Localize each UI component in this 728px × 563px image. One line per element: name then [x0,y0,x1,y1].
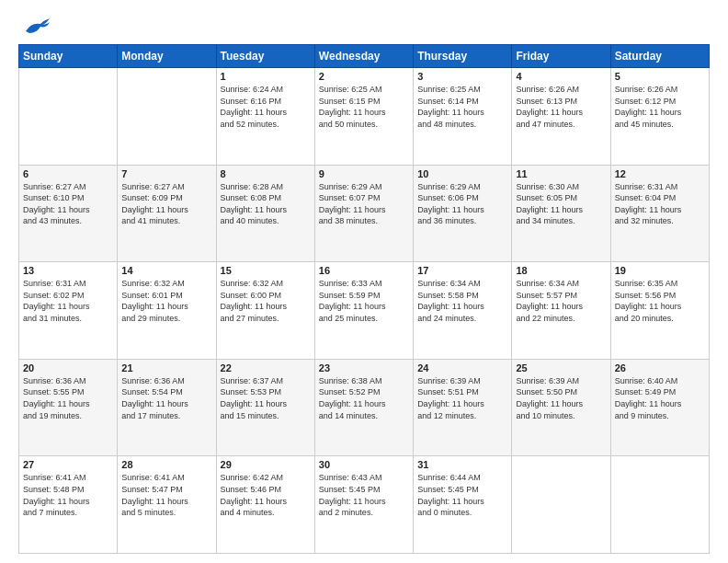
day-info: Sunrise: 6:43 AM Sunset: 5:45 PM Dayligh… [319,472,409,518]
day-number: 25 [516,362,606,373]
calendar-day-cell: 29Sunrise: 6:42 AM Sunset: 5:46 PM Dayli… [216,456,314,554]
day-info: Sunrise: 6:38 AM Sunset: 5:52 PM Dayligh… [319,375,409,421]
calendar-day-cell: 1Sunrise: 6:24 AM Sunset: 6:16 PM Daylig… [216,68,314,166]
logo [18,15,51,35]
calendar-table: SundayMondayTuesdayWednesdayThursdayFrid… [18,44,710,554]
calendar-day-cell [512,456,610,554]
day-info: Sunrise: 6:36 AM Sunset: 5:55 PM Dayligh… [23,375,113,421]
calendar-day-cell: 20Sunrise: 6:36 AM Sunset: 5:55 PM Dayli… [19,359,118,456]
day-number: 7 [121,168,211,179]
day-number: 17 [417,265,507,276]
calendar-day-header: Friday [512,45,610,68]
day-info: Sunrise: 6:27 AM Sunset: 6:10 PM Dayligh… [23,181,113,227]
day-info: Sunrise: 6:26 AM Sunset: 6:13 PM Dayligh… [516,84,606,130]
day-number: 4 [516,71,606,82]
day-number: 27 [23,459,113,470]
day-number: 31 [417,459,507,470]
calendar-day-cell: 4Sunrise: 6:26 AM Sunset: 6:13 PM Daylig… [512,68,610,166]
calendar-week-row: 20Sunrise: 6:36 AM Sunset: 5:55 PM Dayli… [19,359,710,456]
day-info: Sunrise: 6:25 AM Sunset: 6:14 PM Dayligh… [417,84,507,130]
day-number: 10 [417,168,507,179]
day-info: Sunrise: 6:32 AM Sunset: 6:00 PM Dayligh… [221,278,311,324]
calendar-day-cell: 11Sunrise: 6:30 AM Sunset: 6:05 PM Dayli… [512,165,610,262]
calendar-day-cell: 26Sunrise: 6:40 AM Sunset: 5:49 PM Dayli… [610,359,709,456]
day-number: 21 [121,362,211,373]
calendar-day-cell: 31Sunrise: 6:44 AM Sunset: 5:45 PM Dayli… [414,456,512,554]
day-info: Sunrise: 6:41 AM Sunset: 5:48 PM Dayligh… [23,472,113,518]
calendar-day-cell: 3Sunrise: 6:25 AM Sunset: 6:14 PM Daylig… [414,68,512,166]
day-info: Sunrise: 6:30 AM Sunset: 6:05 PM Dayligh… [516,181,606,227]
day-number: 11 [516,168,606,179]
day-number: 28 [121,459,211,470]
calendar-day-cell: 13Sunrise: 6:31 AM Sunset: 6:02 PM Dayli… [19,262,118,360]
calendar-week-row: 27Sunrise: 6:41 AM Sunset: 5:48 PM Dayli… [19,456,710,554]
calendar-day-cell [19,68,118,166]
calendar-day-cell: 22Sunrise: 6:37 AM Sunset: 5:53 PM Dayli… [216,359,314,456]
day-info: Sunrise: 6:39 AM Sunset: 5:50 PM Dayligh… [516,375,606,421]
calendar-week-row: 1Sunrise: 6:24 AM Sunset: 6:16 PM Daylig… [19,68,710,166]
day-number: 20 [23,362,113,373]
calendar-header-row: SundayMondayTuesdayWednesdayThursdayFrid… [19,45,710,68]
day-number: 13 [23,265,113,276]
day-number: 3 [417,71,507,82]
calendar-day-cell: 18Sunrise: 6:34 AM Sunset: 5:57 PM Dayli… [512,262,610,360]
calendar-day-cell: 27Sunrise: 6:41 AM Sunset: 5:48 PM Dayli… [19,456,118,554]
day-number: 26 [615,362,705,373]
calendar-week-row: 6Sunrise: 6:27 AM Sunset: 6:10 PM Daylig… [19,165,710,262]
day-info: Sunrise: 6:44 AM Sunset: 5:45 PM Dayligh… [417,472,507,518]
day-number: 15 [221,265,311,276]
calendar-day-cell: 16Sunrise: 6:33 AM Sunset: 5:59 PM Dayli… [314,262,413,360]
calendar-day-header: Thursday [414,45,512,68]
day-info: Sunrise: 6:36 AM Sunset: 5:54 PM Dayligh… [121,375,211,421]
header [18,15,710,35]
calendar-day-cell: 28Sunrise: 6:41 AM Sunset: 5:47 PM Dayli… [118,456,216,554]
day-number: 9 [319,168,409,179]
day-number: 18 [516,265,606,276]
logo-bird-icon [22,15,51,35]
day-number: 5 [615,71,705,82]
day-info: Sunrise: 6:29 AM Sunset: 6:06 PM Dayligh… [417,181,507,227]
calendar-day-cell: 23Sunrise: 6:38 AM Sunset: 5:52 PM Dayli… [314,359,413,456]
day-info: Sunrise: 6:26 AM Sunset: 6:12 PM Dayligh… [615,84,705,130]
calendar-day-cell: 8Sunrise: 6:28 AM Sunset: 6:08 PM Daylig… [216,165,314,262]
day-info: Sunrise: 6:27 AM Sunset: 6:09 PM Dayligh… [121,181,211,227]
calendar-day-cell: 30Sunrise: 6:43 AM Sunset: 5:45 PM Dayli… [314,456,413,554]
day-number: 2 [319,71,409,82]
day-info: Sunrise: 6:24 AM Sunset: 6:16 PM Dayligh… [221,84,311,130]
calendar-day-cell: 9Sunrise: 6:29 AM Sunset: 6:07 PM Daylig… [314,165,413,262]
day-info: Sunrise: 6:32 AM Sunset: 6:01 PM Dayligh… [121,278,211,324]
calendar-day-cell: 19Sunrise: 6:35 AM Sunset: 5:56 PM Dayli… [610,262,709,360]
day-info: Sunrise: 6:37 AM Sunset: 5:53 PM Dayligh… [221,375,311,421]
calendar-day-cell: 7Sunrise: 6:27 AM Sunset: 6:09 PM Daylig… [118,165,216,262]
day-info: Sunrise: 6:29 AM Sunset: 6:07 PM Dayligh… [319,181,409,227]
day-info: Sunrise: 6:40 AM Sunset: 5:49 PM Dayligh… [615,375,705,421]
day-number: 29 [221,459,311,470]
day-info: Sunrise: 6:34 AM Sunset: 5:57 PM Dayligh… [516,278,606,324]
day-info: Sunrise: 6:31 AM Sunset: 6:02 PM Dayligh… [23,278,113,324]
calendar-day-cell: 25Sunrise: 6:39 AM Sunset: 5:50 PM Dayli… [512,359,610,456]
day-number: 19 [615,265,705,276]
day-number: 8 [221,168,311,179]
calendar-day-cell: 21Sunrise: 6:36 AM Sunset: 5:54 PM Dayli… [118,359,216,456]
day-number: 1 [221,71,311,82]
calendar-day-cell: 14Sunrise: 6:32 AM Sunset: 6:01 PM Dayli… [118,262,216,360]
calendar-day-header: Wednesday [314,45,413,68]
calendar-day-header: Sunday [19,45,118,68]
day-info: Sunrise: 6:28 AM Sunset: 6:08 PM Dayligh… [221,181,311,227]
day-info: Sunrise: 6:39 AM Sunset: 5:51 PM Dayligh… [417,375,507,421]
day-number: 24 [417,362,507,373]
calendar-day-header: Monday [118,45,216,68]
calendar-day-cell: 2Sunrise: 6:25 AM Sunset: 6:15 PM Daylig… [314,68,413,166]
day-info: Sunrise: 6:35 AM Sunset: 5:56 PM Dayligh… [615,278,705,324]
day-number: 30 [319,459,409,470]
day-number: 6 [23,168,113,179]
calendar-day-cell: 12Sunrise: 6:31 AM Sunset: 6:04 PM Dayli… [610,165,709,262]
calendar-day-header: Saturday [610,45,709,68]
day-info: Sunrise: 6:25 AM Sunset: 6:15 PM Dayligh… [319,84,409,130]
day-info: Sunrise: 6:33 AM Sunset: 5:59 PM Dayligh… [319,278,409,324]
day-info: Sunrise: 6:31 AM Sunset: 6:04 PM Dayligh… [615,181,705,227]
day-number: 23 [319,362,409,373]
calendar-day-cell: 6Sunrise: 6:27 AM Sunset: 6:10 PM Daylig… [19,165,118,262]
day-info: Sunrise: 6:34 AM Sunset: 5:58 PM Dayligh… [417,278,507,324]
day-info: Sunrise: 6:42 AM Sunset: 5:46 PM Dayligh… [221,472,311,518]
